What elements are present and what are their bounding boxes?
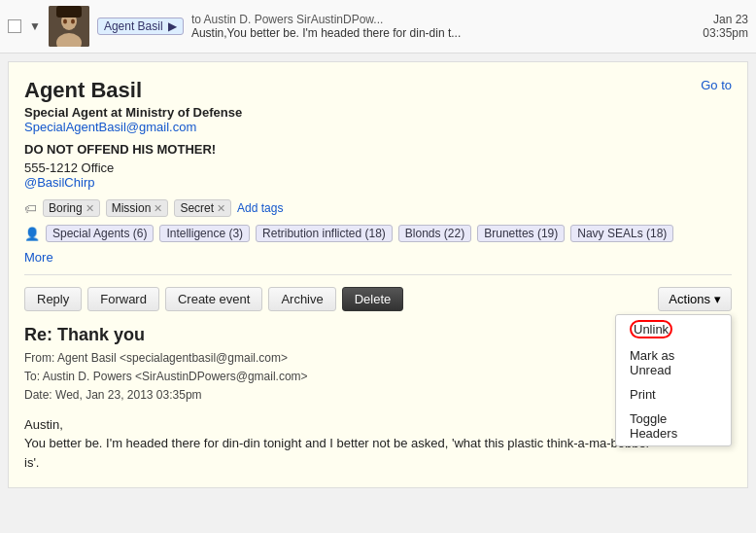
create-event-button[interactable]: Create event [165,287,262,311]
email-body-line3: is'. [24,453,732,473]
avatar-image [49,6,89,47]
twitter-link[interactable]: @BasilChirp [24,175,94,190]
contact-phone: 555-1212 Office [24,160,732,175]
toggle-headers-item[interactable]: Toggle Headers [616,407,731,445]
group-special-agents[interactable]: Special Agents (6) [46,225,154,242]
contact-name: Agent Basil [24,78,732,103]
actions-menu: Unlink Mark as Unread Print Toggle Heade… [615,314,732,446]
contact-note: DO NOT OFFEND HIS MOTHER! [24,142,732,157]
to-line: to Austin D. Powers SirAustinDPow... [191,13,695,26]
goto-link[interactable]: Go to [701,78,732,92]
tag-secret-remove[interactable]: ✕ [217,202,225,215]
tag-mission: Mission ✕ [106,199,169,217]
group-retribution[interactable]: Retribution inflicted (18) [256,225,393,242]
groups-icon: 👤 [24,227,40,241]
svg-rect-3 [56,6,82,18]
reply-button[interactable]: Reply [24,287,82,311]
mark-unread-item[interactable]: Mark as Unread [616,343,731,382]
main-panel: Go to Agent Basil Special Agent at Minis… [8,61,748,488]
sort-arrow-icon[interactable]: ▼ [29,19,41,33]
group-brunettes[interactable]: Brunettes (19) [477,225,565,242]
archive-button[interactable]: Archive [268,287,335,311]
groups-row: 👤 Special Agents (6) Intelligence (3) Re… [24,225,732,246]
unlink-highlight: Unlink [630,320,672,338]
email-list-meta: to Austin D. Powers SirAustinDPow... Aus… [191,13,695,40]
svg-point-5 [71,19,75,24]
delete-button[interactable]: Delete [342,287,404,311]
unlink-item[interactable]: Unlink [616,315,731,343]
action-buttons: Reply Forward Create event Archive Delet… [24,287,732,311]
actions-button[interactable]: Actions ▾ [658,287,732,311]
avatar [49,6,89,47]
tags-row: 🏷 Boring ✕ Mission ✕ Secret ✕ Add tags [24,199,732,217]
email-date: Jan 23 03:35pm [703,13,748,40]
contact-email: SpecialAgentBasil@gmail.com [24,120,732,134]
svg-point-4 [63,19,67,24]
more-link[interactable]: More [24,250,732,265]
email-snippet: Austin,You better be. I'm headed there f… [191,26,695,40]
forward-button[interactable]: Forward [87,287,159,311]
tag-icon: 🏷 [24,201,37,216]
print-item[interactable]: Print [616,382,731,407]
contact-twitter: @BasilChirp [24,175,732,190]
email-checkbox[interactable] [8,19,21,33]
email-link[interactable]: SpecialAgentBasil@gmail.com [24,120,196,134]
actions-arrow-icon: ▾ [714,292,721,306]
divider [24,274,732,275]
tag-boring-remove[interactable]: ✕ [86,202,94,215]
group-navy-seals[interactable]: Navy SEALs (18) [570,225,673,242]
tag-boring: Boring ✕ [43,199,100,217]
sender-badge[interactable]: Agent Basil ▶ [97,18,184,35]
group-intelligence[interactable]: Intelligence (3) [159,225,250,242]
group-blonds[interactable]: Blonds (22) [398,225,471,242]
badge-arrow-icon: ▶ [168,19,177,33]
contact-title: Special Agent at Ministry of Defense [24,105,732,120]
actions-dropdown: Actions ▾ Unlink Mark as Unread Print To… [658,287,732,311]
email-list-row: ▼ Agent Basil ▶ to Austin D. Powers SirA… [0,0,756,53]
tag-secret: Secret ✕ [174,199,231,217]
add-tags-link[interactable]: Add tags [237,201,283,215]
tag-mission-remove[interactable]: ✕ [154,202,162,215]
